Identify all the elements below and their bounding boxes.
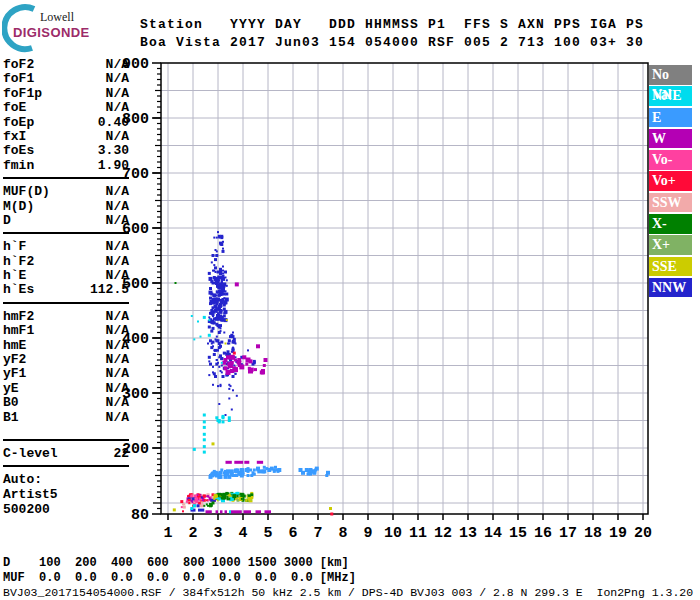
muf-row: MUF 0.0 0.0 0.0 0.0 0.0 0.0 0.0 0.0 [MHz… bbox=[3, 571, 356, 585]
legend-item-nnw: NNW bbox=[649, 278, 692, 298]
y-axis-tick-label: 400 bbox=[122, 331, 149, 348]
x-axis-tick-label: 13 bbox=[459, 525, 477, 542]
x-axis-tick-label: 16 bbox=[534, 525, 552, 542]
legend-item-xplus: X+ bbox=[649, 235, 692, 255]
y-axis-tick-label: 200 bbox=[122, 441, 149, 458]
x-axis-tick-label: 6 bbox=[288, 525, 297, 542]
x-axis-tick-label: 8 bbox=[338, 525, 347, 542]
data-points bbox=[173, 231, 333, 515]
x-axis-tick-label: 18 bbox=[584, 525, 602, 542]
x-axis-tick-label: 2 bbox=[188, 525, 197, 542]
legend-item-nne: NNE bbox=[649, 86, 692, 106]
x-axis-tick-label: 4 bbox=[238, 525, 247, 542]
digisonde-ionogram-window: Lowell DIGISONDE Station YYYY DAY DDD HH… bbox=[0, 0, 700, 600]
legend-item-ssw: SSW bbox=[649, 193, 692, 213]
x-axis-tick-label: 19 bbox=[609, 525, 627, 542]
d-distance-row: D 100 200 400 600 800 1000 1500 3000 [km… bbox=[3, 556, 349, 570]
y-axis-tick-label: 80 bbox=[131, 507, 149, 524]
x-axis-tick-label: 12 bbox=[434, 525, 452, 542]
x-axis-tick-label: 15 bbox=[509, 525, 527, 542]
legend-item-w: W bbox=[649, 129, 692, 149]
legend-item-xminus: X- bbox=[649, 214, 692, 234]
y-axis-tick-label: 800 bbox=[122, 111, 149, 128]
y-axis-tick-label: 500 bbox=[122, 276, 149, 293]
x-axis-tick-label: 10 bbox=[384, 525, 402, 542]
x-axis-tick-label: 3 bbox=[213, 525, 222, 542]
y-axis-tick-label: 900 bbox=[122, 56, 149, 73]
x-axis-tick-label: 14 bbox=[484, 525, 502, 542]
x-axis-tick-label: 1 bbox=[163, 525, 172, 542]
x-axis-tick-label: 7 bbox=[313, 525, 322, 542]
legend-item-noval: No Val bbox=[649, 65, 692, 85]
legend-item-voplus: Vo+ bbox=[649, 171, 692, 191]
x-axis-tick-label: 17 bbox=[559, 525, 577, 542]
x-axis-tick-label: 11 bbox=[409, 525, 427, 542]
status-line: BVJ03_2017154054000.RSF / 384fx512h 50 k… bbox=[3, 586, 693, 599]
x-axis-tick-label: 20 bbox=[634, 525, 652, 542]
ionogram-plot: 9008007006005004003002008012345678910111… bbox=[0, 0, 700, 600]
echo-direction-legend: No ValNNEEWVo-Vo+SSWX-X+SSENNW bbox=[649, 65, 692, 299]
x-axis-tick-label: 9 bbox=[363, 525, 372, 542]
x-axis-tick-label: 5 bbox=[263, 525, 272, 542]
y-axis-tick-label: 600 bbox=[122, 221, 149, 238]
legend-item-vominus: Vo- bbox=[649, 150, 692, 170]
y-axis-tick-label: 700 bbox=[122, 166, 149, 183]
legend-item-sse: SSE bbox=[649, 257, 692, 277]
y-axis-tick-label: 300 bbox=[122, 386, 149, 403]
legend-item-e: E bbox=[649, 108, 692, 128]
